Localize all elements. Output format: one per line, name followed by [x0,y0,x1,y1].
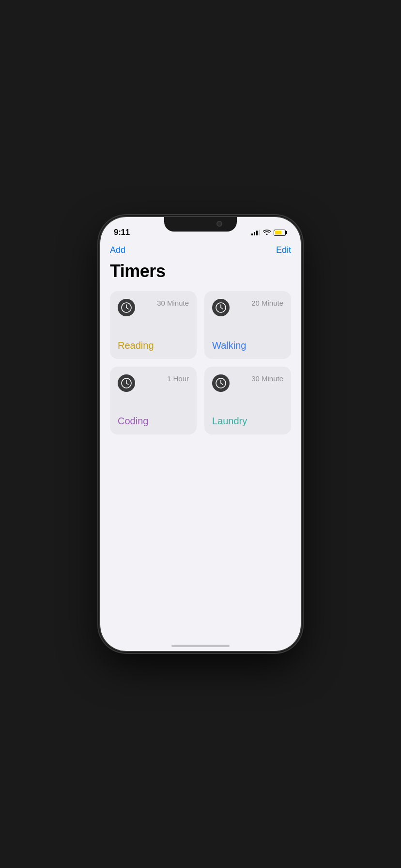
clock-face [121,302,132,313]
clock-icon [118,299,135,316]
phone-screen: 9:11 [100,217,301,651]
clock-face [216,378,226,388]
svg-line-2 [126,308,128,309]
phone-frame: 9:11 [100,217,301,651]
signal-bar-3 [256,231,258,235]
timer-card-laundry[interactable]: 30 Minute Laundry [204,367,291,434]
main-content: Add Edit Timers 30 Minu [100,241,301,434]
timer-name: Reading [118,340,189,351]
signal-bar-2 [254,232,255,235]
battery-body [274,230,286,236]
timer-card-coding[interactable]: 1 Hour Coding [110,367,197,434]
timer-card-top: 30 Minute [212,374,283,392]
battery-icon [274,230,287,236]
timer-name: Laundry [212,416,283,427]
timer-card-top: 1 Hour [118,374,189,392]
clock-icon [118,374,135,392]
svg-line-5 [221,308,223,309]
timer-card-top: 30 Minute [118,299,189,316]
notch [164,217,237,232]
signal-bar-4 [259,230,260,235]
nav-bar: Add Edit [110,241,291,261]
timer-duration: 20 Minute [251,299,283,307]
page-title: Timers [110,261,291,281]
timer-duration: 30 Minute [157,299,189,307]
timer-name: Coding [118,416,189,427]
battery-fill [275,231,281,234]
clock-face [216,302,226,313]
timer-name: Walking [212,340,283,351]
status-time: 9:11 [114,228,130,237]
timer-card-reading[interactable]: 30 Minute Reading [110,291,197,359]
svg-line-11 [221,383,223,385]
status-icons [251,229,287,236]
clock-icon [212,299,230,316]
wifi-icon [263,229,271,236]
timer-card-walking[interactable]: 20 Minute Walking [204,291,291,359]
home-indicator [171,645,230,647]
clock-icon [212,374,230,392]
signal-bar-1 [251,233,253,235]
svg-line-8 [126,383,128,385]
timer-grid: 30 Minute Reading 20 Minute Walking [110,291,291,434]
edit-button[interactable]: Edit [276,245,291,255]
timer-duration: 1 Hour [167,374,189,383]
timer-duration: 30 Minute [251,374,283,383]
add-button[interactable]: Add [110,245,125,255]
camera-icon [216,221,222,227]
timer-card-top: 20 Minute [212,299,283,316]
signal-bars-icon [251,230,260,235]
clock-face [121,378,132,388]
battery-tip [286,231,287,234]
